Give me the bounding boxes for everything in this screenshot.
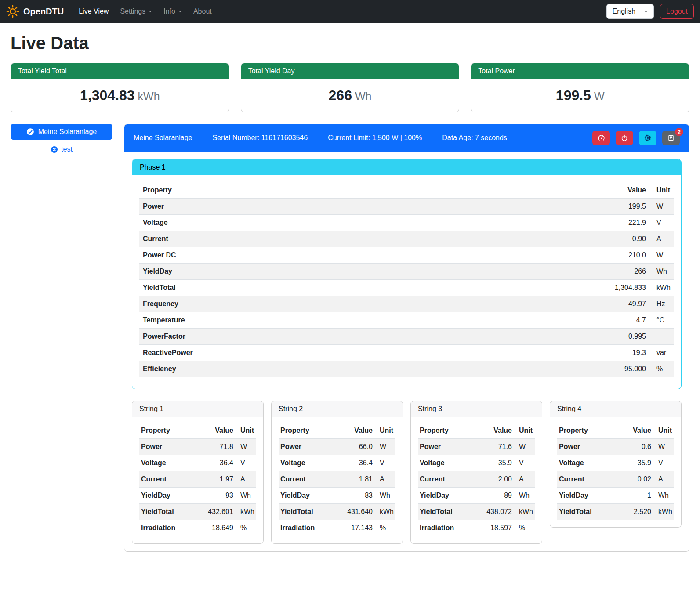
limit-settings-button[interactable] <box>592 131 610 145</box>
phase-card-header: Phase 1 <box>132 159 681 175</box>
string-table-body: Power 71.8 W Voltage 36.4 V <box>139 439 256 536</box>
cell-value: 71.8 <box>194 439 235 455</box>
cell-property: YieldDay <box>139 488 194 504</box>
cell-value: 35.9 <box>617 455 653 471</box>
cell-property: Power DC <box>139 247 445 264</box>
string-card-body: Property Value Unit Power <box>132 417 263 543</box>
strings-row: String 1 Property Value Unit <box>132 401 682 544</box>
cell-value: 199.5 <box>445 199 649 215</box>
column-unit: Unit <box>653 423 674 439</box>
cell-unit: kWh <box>514 504 535 520</box>
page-container: Live Data Total Yield Total 1,304.83kWh … <box>0 23 700 562</box>
phase-card: Phase 1 Property Value Unit <box>132 159 682 389</box>
cell-unit: A <box>235 471 256 488</box>
cell-value: 1,304.833 <box>445 280 649 296</box>
sidebar-item-test[interactable]: test <box>51 145 73 153</box>
event-log-button[interactable]: 2 <box>662 131 680 145</box>
cell-property: Irradiation <box>418 520 472 536</box>
nav-settings[interactable]: Settings <box>116 4 156 19</box>
cell-property: Current <box>557 471 617 488</box>
language-select[interactable]: English <box>606 4 654 19</box>
cell-unit: W <box>649 247 674 264</box>
table-header-row: Property Value Unit <box>139 423 256 439</box>
caret-down-icon <box>149 11 152 12</box>
inverter-select-button[interactable]: Meine Solaranlage <box>11 124 112 140</box>
device-info-button[interactable] <box>639 131 656 145</box>
table-row: ReactivePower 19.3 var <box>139 345 674 361</box>
table-row: Power 199.5 W <box>139 199 674 215</box>
cell-unit: A <box>514 471 535 488</box>
nav-info[interactable]: Info <box>159 4 186 19</box>
cell-value: 431.640 <box>333 504 374 520</box>
cell-property: YieldDay <box>139 264 445 280</box>
table-row: Current 1.81 A <box>279 471 395 488</box>
brand-link[interactable]: OpenDTU <box>6 5 64 18</box>
table-row: Current 2.00 A <box>418 471 535 488</box>
cell-unit: V <box>235 455 256 471</box>
string-table: Property Value Unit Power <box>557 423 674 520</box>
nav-info-label: Info <box>163 7 175 15</box>
logout-button[interactable]: Logout <box>660 4 694 19</box>
inverter-data-age: Data Age: 7 seconds <box>442 134 507 142</box>
string-table: Property Value Unit Power <box>279 423 395 536</box>
cell-value: 18.649 <box>194 520 235 536</box>
table-row: YieldDay 266 Wh <box>139 264 674 280</box>
inverter-serial: Serial Number: 116171603546 <box>212 134 308 142</box>
cell-value: 95.000 <box>445 361 649 377</box>
cell-value: 71.6 <box>472 439 514 455</box>
table-row: YieldTotal 1,304.833 kWh <box>139 280 674 296</box>
cell-value: 0.90 <box>445 231 649 247</box>
nav-about[interactable]: About <box>189 4 216 19</box>
column-property: Property <box>139 423 194 439</box>
nav-links: Live View Settings Info About <box>74 4 602 19</box>
journal-icon <box>667 134 675 141</box>
cell-value: 19.3 <box>445 345 649 361</box>
card-total-yield-day: Total Yield Day 266Wh <box>241 63 460 112</box>
string-table-body: Power 66.0 W Voltage 36.4 V <box>279 439 395 536</box>
column-unit: Unit <box>374 423 395 439</box>
cell-value: 1 <box>617 488 653 504</box>
table-row: YieldDay 83 Wh <box>279 488 395 504</box>
cell-property: Power <box>139 199 445 215</box>
table-row: Current 0.90 A <box>139 231 674 247</box>
cell-property: Voltage <box>418 455 472 471</box>
table-row: Irradiation 17.143 % <box>279 520 395 536</box>
string-card-header: String 3 <box>411 401 542 417</box>
table-row: Frequency 49.97 Hz <box>139 296 674 312</box>
navbar: OpenDTU Live View Settings Info About En… <box>0 0 700 23</box>
cell-property: YieldTotal <box>418 504 472 520</box>
cell-property: YieldTotal <box>557 504 617 520</box>
cell-unit: V <box>653 455 674 471</box>
speedometer-icon <box>598 134 605 142</box>
column-property: Property <box>418 423 472 439</box>
cell-property: Current <box>279 471 333 488</box>
cell-property: Voltage <box>557 455 617 471</box>
cell-unit: A <box>374 471 395 488</box>
column-value: Value <box>472 423 514 439</box>
sidebar: Meine Solaranlage test <box>11 124 112 153</box>
phase-card-body: Property Value Unit Power <box>132 175 681 389</box>
chevron-down-icon <box>644 11 648 12</box>
column-value: Value <box>445 182 649 199</box>
cell-property: YieldDay <box>279 488 333 504</box>
phase-table: Property Value Unit Power <box>139 182 674 377</box>
string-table-body: Power 71.6 W Voltage 35.9 V <box>418 439 535 536</box>
nav-live-view[interactable]: Live View <box>74 4 113 19</box>
cell-unit: kWh <box>374 504 395 520</box>
x-circle-icon <box>51 146 58 153</box>
cell-property: Current <box>139 471 194 488</box>
column-unit: Unit <box>649 182 674 199</box>
cell-value: 2.520 <box>617 504 653 520</box>
table-header-row: Property Value Unit <box>279 423 395 439</box>
navbar-right: English Logout <box>606 4 694 19</box>
power-button[interactable] <box>616 131 633 145</box>
cell-unit: % <box>374 520 395 536</box>
table-row: YieldDay 93 Wh <box>139 488 256 504</box>
table-row: PowerFactor 0.995 <box>139 329 674 345</box>
cell-unit: Wh <box>653 488 674 504</box>
cell-property: Power <box>557 439 617 455</box>
string-table: Property Value Unit Power <box>139 423 256 536</box>
table-row: Current 0.02 A <box>557 471 674 488</box>
cell-unit: kWh <box>653 504 674 520</box>
card-total-yield-total: Total Yield Total 1,304.83kWh <box>11 63 229 112</box>
